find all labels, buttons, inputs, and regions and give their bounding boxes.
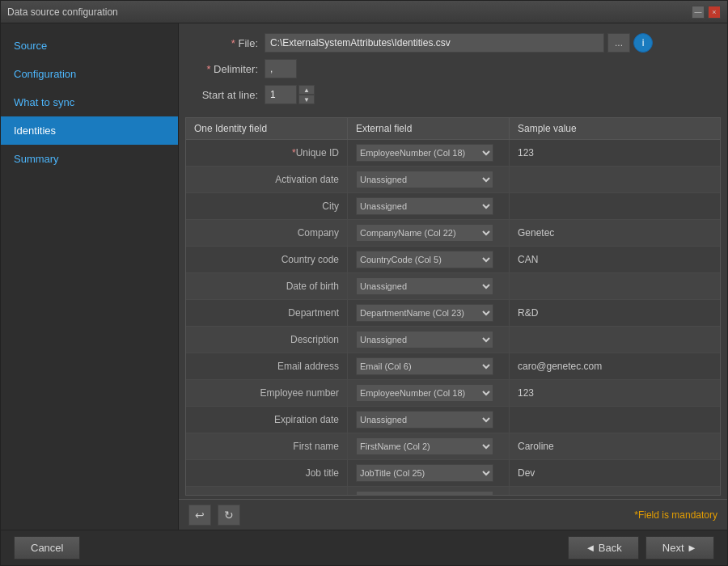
close-button[interactable]: × — [708, 6, 721, 19]
external-field-cell[interactable]: UnassignedEmployeeNumber (Col 18)FirstNa… — [348, 380, 510, 406]
cancel-button[interactable]: Cancel — [14, 536, 80, 560]
external-field-cell[interactable]: UnassignedEmployeeNumber (Col 18)FirstNa… — [348, 273, 510, 299]
sidebar-item-source[interactable]: Source — [1, 32, 178, 60]
next-button[interactable]: Next ► — [645, 536, 714, 560]
table-container: One Identity field External field Sample… — [185, 117, 721, 496]
table-row: CityUnassignedEmployeeNumber (Col 18)Fir… — [186, 193, 720, 220]
external-field-cell[interactable]: UnassignedEmployeeNumber (Col 18)FirstNa… — [348, 220, 510, 246]
external-field-select[interactable]: UnassignedEmployeeNumber (Col 18)FirstNa… — [356, 251, 493, 268]
external-field-select[interactable]: UnassignedEmployeeNumber (Col 18)FirstNa… — [356, 491, 493, 495]
external-field-select[interactable]: UnassignedEmployeeNumber (Col 18)FirstNa… — [356, 144, 493, 162]
sample-value-cell: Caroline — [510, 433, 720, 459]
external-field-select[interactable]: UnassignedEmployeeNumber (Col 18)FirstNa… — [356, 224, 493, 242]
sample-value-cell — [510, 273, 720, 299]
table-row: Date of birthUnassignedEmployeeNumber (C… — [186, 273, 720, 300]
external-field-cell[interactable]: UnassignedEmployeeNumber (Col 18)FirstNa… — [348, 300, 510, 326]
titlebar-buttons: — × — [692, 6, 721, 19]
external-field-cell[interactable]: UnassignedEmployeeNumber (Col 18)FirstNa… — [348, 433, 510, 459]
table-row: Country codeUnassignedEmployeeNumber (Co… — [186, 247, 720, 273]
file-label: * File: — [192, 37, 265, 49]
minimize-button[interactable]: — — [692, 6, 705, 19]
external-field-cell[interactable]: UnassignedEmployeeNumber (Col 18)FirstNa… — [348, 193, 510, 219]
table-row: Last nameUnassignedEmployeeNumber (Col 1… — [186, 487, 720, 495]
sample-value-cell — [510, 167, 720, 192]
identity-field-cell: Date of birth — [186, 273, 348, 299]
external-field-cell[interactable]: UnassignedEmployeeNumber (Col 18)FirstNa… — [348, 140, 510, 166]
external-field-cell[interactable]: UnassignedEmployeeNumber (Col 18)FirstNa… — [348, 407, 510, 433]
identity-field-cell: Email address — [186, 353, 348, 379]
external-field-select[interactable]: UnassignedEmployeeNumber (Col 18)FirstNa… — [356, 464, 493, 482]
identity-field-cell: Activation date — [186, 167, 348, 192]
refresh-button[interactable]: ↻ — [218, 505, 240, 526]
external-field-select[interactable]: UnassignedEmployeeNumber (Col 18)FirstNa… — [356, 384, 493, 402]
identity-field-cell: Employee number — [186, 380, 348, 406]
table-row: Job titleUnassignedEmployeeNumber (Col 1… — [186, 460, 720, 487]
th-identity-field: One Identity field — [186, 118, 348, 139]
table-header: One Identity field External field Sample… — [186, 118, 720, 140]
info-button[interactable]: i — [633, 33, 653, 53]
form-area: * File: ... i * Delimiter: Start at line… — [179, 23, 727, 117]
table-body: * Unique IDUnassignedEmployeeNumber (Col… — [186, 140, 720, 495]
external-field-cell[interactable]: UnassignedEmployeeNumber (Col 18)FirstNa… — [348, 487, 510, 495]
identity-field-cell: Last name — [186, 487, 348, 495]
delimiter-label: * Delimiter: — [192, 63, 265, 75]
sidebar: Source Configuration What to sync Identi… — [1, 23, 179, 530]
external-field-select[interactable]: UnassignedEmployeeNumber (Col 18)FirstNa… — [356, 197, 493, 215]
external-field-select[interactable]: UnassignedEmployeeNumber (Col 18)FirstNa… — [356, 331, 493, 348]
table-row: DepartmentUnassignedEmployeeNumber (Col … — [186, 300, 720, 327]
sample-value-cell: R&D — [510, 300, 720, 326]
sample-value-cell: CAN — [510, 247, 720, 272]
delimiter-row: * Delimiter: — [192, 59, 714, 78]
footer: Cancel ◄ Back Next ► — [1, 530, 727, 565]
table-row: Expiration dateUnassignedEmployeeNumber … — [186, 407, 720, 433]
footer-right: ◄ Back Next ► — [568, 536, 714, 560]
sidebar-item-identities[interactable]: Identities — [1, 116, 178, 145]
sample-value-cell: Genetec — [510, 220, 720, 246]
external-field-select[interactable]: UnassignedEmployeeNumber (Col 18)FirstNa… — [356, 304, 493, 322]
external-field-select[interactable]: UnassignedEmployeeNumber (Col 18)FirstNa… — [356, 437, 493, 455]
sidebar-item-what-to-sync[interactable]: What to sync — [1, 88, 178, 116]
table-row: DescriptionUnassignedEmployeeNumber (Col… — [186, 327, 720, 353]
identity-field-cell: Expiration date — [186, 407, 348, 433]
sidebar-item-summary[interactable]: Summary — [1, 145, 178, 173]
external-field-select[interactable]: UnassignedEmployeeNumber (Col 18)FirstNa… — [356, 171, 493, 188]
external-field-select[interactable]: UnassignedEmployeeNumber (Col 18)FirstNa… — [356, 277, 493, 295]
main-content: Source Configuration What to sync Identi… — [1, 23, 727, 530]
table-row: * Unique IDUnassignedEmployeeNumber (Col… — [186, 140, 720, 167]
sample-value-cell: 123 — [510, 140, 720, 166]
table-row: First nameUnassignedEmployeeNumber (Col … — [186, 433, 720, 460]
titlebar: Data source configuration — × — [1, 1, 727, 23]
back-button[interactable]: ◄ Back — [568, 536, 638, 560]
identity-field-cell: Department — [186, 300, 348, 326]
sample-value-cell — [510, 487, 720, 495]
identity-field-cell: Country code — [186, 247, 348, 272]
sample-value-cell — [510, 407, 720, 433]
external-field-cell[interactable]: UnassignedEmployeeNumber (Col 18)FirstNa… — [348, 353, 510, 379]
startline-label: Start at line: — [192, 89, 265, 101]
startline-down-button[interactable]: ▼ — [298, 95, 315, 104]
reset-button[interactable]: ↩ — [188, 505, 211, 526]
external-field-cell[interactable]: UnassignedEmployeeNumber (Col 18)FirstNa… — [348, 167, 510, 192]
sample-value-cell: Dev — [510, 460, 720, 486]
identity-field-cell: * Unique ID — [186, 140, 348, 166]
window: Data source configuration — × Source Con… — [0, 0, 728, 566]
sidebar-item-configuration[interactable]: Configuration — [1, 60, 178, 88]
file-input[interactable] — [265, 33, 604, 53]
identity-field-cell: Company — [186, 220, 348, 246]
external-field-select[interactable]: UnassignedEmployeeNumber (Col 18)FirstNa… — [356, 411, 493, 429]
window-title: Data source configuration — [7, 6, 118, 18]
identity-field-cell: City — [186, 193, 348, 219]
startline-input[interactable] — [265, 85, 297, 104]
table-row: CompanyUnassignedEmployeeNumber (Col 18)… — [186, 220, 720, 247]
external-field-cell[interactable]: UnassignedEmployeeNumber (Col 18)FirstNa… — [348, 247, 510, 272]
sample-value-cell — [510, 193, 720, 219]
delimiter-input[interactable] — [265, 59, 297, 78]
startline-up-button[interactable]: ▲ — [298, 85, 315, 95]
external-field-select[interactable]: UnassignedEmployeeNumber (Col 18)FirstNa… — [356, 357, 493, 375]
external-field-cell[interactable]: UnassignedEmployeeNumber (Col 18)FirstNa… — [348, 327, 510, 353]
file-row: * File: ... i — [192, 33, 714, 53]
startline-row: Start at line: ▲ ▼ — [192, 85, 714, 104]
browse-button[interactable]: ... — [607, 33, 630, 53]
external-field-cell[interactable]: UnassignedEmployeeNumber (Col 18)FirstNa… — [348, 460, 510, 486]
mandatory-note: *Field is mandatory — [634, 509, 717, 521]
